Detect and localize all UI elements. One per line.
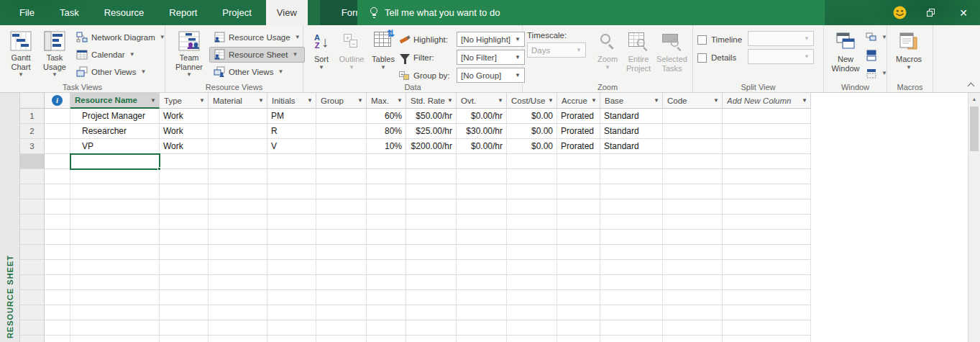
column-header-type[interactable]: Type▼ [160, 93, 209, 109]
cell-add_new[interactable] [723, 199, 811, 215]
column-header-group[interactable]: Group▼ [316, 93, 367, 109]
cell-max-row1[interactable]: 60% [367, 109, 406, 124]
row-number[interactable] [20, 169, 45, 184]
cell-initials[interactable] [267, 290, 316, 305]
column-header-cost_use[interactable]: Cost/Use▼ [507, 93, 557, 109]
cell-accrue[interactable] [557, 275, 600, 290]
cell-code[interactable] [663, 290, 723, 305]
cell-group[interactable] [316, 169, 367, 184]
cell-add_new[interactable] [723, 275, 811, 290]
cell-info[interactable] [45, 169, 70, 184]
cell-max[interactable] [367, 320, 406, 336]
cell-group[interactable] [316, 305, 367, 320]
resource-sheet-button[interactable]: Resource Sheet ▼ [209, 47, 305, 63]
collapse-ribbon-button[interactable] [967, 82, 974, 88]
cell-add_new[interactable] [723, 290, 811, 305]
cell-group[interactable] [316, 154, 367, 169]
cell-type[interactable] [160, 305, 209, 320]
cell-cost_use[interactable] [507, 275, 557, 290]
cell-cost_use[interactable] [507, 169, 557, 184]
macros-button[interactable]: Macros ▼ [892, 27, 926, 79]
cell-initials[interactable] [267, 184, 316, 199]
cell-base[interactable] [600, 230, 663, 245]
active-cell[interactable] [70, 153, 160, 170]
cell-add_new[interactable] [723, 245, 811, 260]
filter-arrow-icon[interactable]: ▼ [654, 97, 659, 104]
cell-accrue[interactable] [557, 169, 600, 184]
cell-name[interactable] [70, 275, 160, 290]
cell-info-row3[interactable] [45, 139, 70, 154]
cell-accrue-row3[interactable]: Prorated [557, 139, 600, 154]
cell-name[interactable] [70, 290, 160, 305]
cell-std_rate-row3[interactable]: $200.00/hr [406, 139, 457, 154]
cell-ovt[interactable] [457, 260, 507, 275]
cell-material[interactable] [209, 260, 267, 275]
cell-cost_use[interactable] [507, 184, 557, 199]
cell-cost_use[interactable] [507, 320, 557, 336]
cell-info[interactable] [45, 320, 70, 336]
cell-material[interactable] [209, 320, 267, 336]
network-diagram-button[interactable]: Network Diagram ▼ [72, 30, 170, 45]
cell-max[interactable] [367, 215, 406, 230]
cell-base[interactable] [600, 305, 663, 320]
cell-ovt[interactable] [457, 275, 507, 290]
cell-max[interactable] [367, 336, 406, 342]
cell-group[interactable] [316, 199, 367, 215]
cell-std_rate[interactable] [406, 320, 457, 336]
filter-arrow-icon[interactable]: ▼ [258, 97, 264, 104]
cell-cost_use[interactable] [507, 260, 557, 275]
cell-material-row3[interactable] [209, 139, 267, 154]
cell-std_rate-row2[interactable]: $25.00/hr [406, 124, 457, 139]
cell-code[interactable] [663, 199, 723, 215]
cell-name[interactable] [70, 305, 160, 320]
resource-other-views-button[interactable]: Other Views ▼ [209, 64, 305, 80]
cell-add_new[interactable] [723, 320, 811, 336]
close-window-button[interactable]: ✕ [947, 0, 980, 25]
cell-base[interactable] [600, 320, 663, 336]
filter-arrow-icon[interactable]: ▼ [548, 97, 554, 104]
gantt-chart-button[interactable]: Gantt Chart ▼ [4, 27, 37, 79]
cell-code[interactable] [663, 336, 723, 342]
cell-ovt[interactable] [457, 154, 507, 169]
cell-type[interactable] [160, 336, 209, 342]
cell-code[interactable] [663, 230, 723, 245]
cell-accrue[interactable] [557, 290, 600, 305]
row-number[interactable] [20, 184, 45, 199]
cell-ovt[interactable] [457, 320, 507, 336]
cell-initials-row3[interactable]: V [267, 139, 316, 154]
filter-arrow-icon[interactable]: ▼ [713, 97, 719, 104]
cell-accrue[interactable] [557, 199, 600, 215]
cell-initials-row1[interactable]: PM [267, 109, 316, 124]
column-header-code[interactable]: Code▼ [663, 93, 723, 109]
filter-arrow-icon[interactable]: ▼ [150, 97, 156, 104]
cell-code[interactable] [663, 260, 723, 275]
cell-initials[interactable] [267, 245, 316, 260]
cell-info[interactable] [45, 245, 70, 260]
cell-std_rate[interactable] [406, 169, 457, 184]
row-number[interactable] [20, 320, 45, 336]
row-number[interactable]: 1 [20, 109, 45, 124]
cell-max[interactable] [367, 260, 406, 275]
cell-base[interactable] [600, 290, 663, 305]
cell-initials[interactable] [267, 305, 316, 320]
column-header-max[interactable]: Max.▼ [367, 93, 406, 109]
filter-dropdown[interactable]: [No Filter]▼ [457, 50, 525, 65]
cell-initials[interactable] [267, 230, 316, 245]
cell-code[interactable] [663, 305, 723, 320]
tab-project[interactable]: Project [211, 0, 262, 25]
cell-name[interactable] [70, 230, 160, 245]
cell-group[interactable] [316, 245, 367, 260]
cell-base[interactable] [600, 184, 663, 199]
cell-initials[interactable] [267, 336, 316, 342]
hide-window-button[interactable]: ▼ [864, 66, 889, 81]
cell-base[interactable] [600, 275, 663, 290]
column-header-base[interactable]: Base▼ [600, 93, 663, 109]
cell-add_new[interactable] [723, 305, 811, 320]
cell-type[interactable] [160, 154, 209, 169]
cell-base[interactable] [600, 260, 663, 275]
row-number[interactable] [20, 245, 45, 260]
cell-info[interactable] [45, 275, 70, 290]
cell-accrue[interactable] [557, 230, 600, 245]
team-planner-button[interactable]: Team Planner ▼ [170, 27, 209, 79]
cell-add_new[interactable] [723, 336, 811, 342]
